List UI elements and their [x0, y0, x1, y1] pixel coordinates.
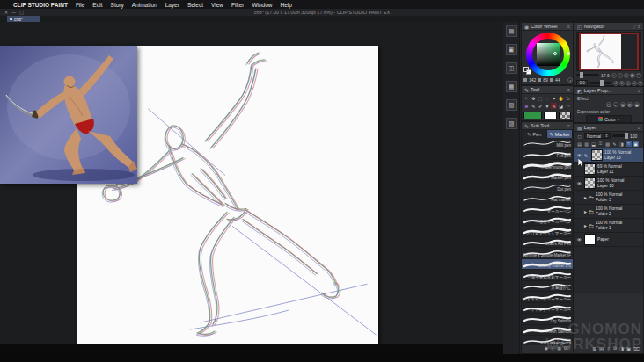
- new-folder-icon[interactable]: ▤: [599, 346, 604, 351]
- panel-menu-icon[interactable]: ≡: [638, 88, 640, 93]
- eyedropper-tool-icon[interactable]: ✦: [551, 95, 557, 101]
- panel-menu-icon[interactable]: ≡: [567, 87, 570, 92]
- rotate-left-icon[interactable]: ↺: [613, 81, 618, 86]
- menu-item-edit[interactable]: Edit: [92, 2, 102, 8]
- brush-item[interactable]: dreamy marker 2.0: [522, 259, 573, 271]
- hue-cursor-icon[interactable]: [567, 52, 570, 55]
- selection-tool-icon[interactable]: ⬚: [538, 95, 544, 101]
- navigator-zoom-slider[interactable]: [576, 74, 599, 76]
- navigator-preview[interactable]: [576, 32, 641, 71]
- sub-tool-duplicate-icon[interactable]: ⎘: [551, 345, 554, 352]
- clip-icon[interactable]: ⬓: [590, 141, 596, 147]
- layer-thumbnail[interactable]: [584, 177, 596, 189]
- expression-color-select[interactable]: Color ▾: [586, 115, 632, 123]
- menu-item-file[interactable]: File: [76, 2, 84, 8]
- document-tab[interactable]: ch8*: [7, 16, 40, 22]
- panel-menu-icon[interactable]: ≡: [567, 24, 570, 29]
- brush-item[interactable]: Dry Salmon: [522, 314, 573, 325]
- hand-tool-icon[interactable]: ✋: [558, 95, 564, 101]
- expand-panel-icon[interactable]: ⤢: [633, 24, 636, 30]
- layer-thumbnail[interactable]: [584, 163, 596, 175]
- halftone-effect-icon[interactable]: ▦: [620, 102, 626, 107]
- brush-item[interactable]: Felt pen: [522, 149, 573, 161]
- delete-layer-icon[interactable]: ⌦: [633, 346, 640, 351]
- sub-tool-options-icon[interactable]: ◉: [545, 345, 548, 352]
- menu-item-filter[interactable]: Filter: [231, 2, 244, 8]
- sub-tool-tab-pen[interactable]: ✎Pen: [522, 130, 547, 138]
- combine-icon[interactable]: ▥: [583, 141, 589, 147]
- lock-icon[interactable]: ⚿: [597, 141, 604, 147]
- blend-tool-icon[interactable]: ◠: [565, 103, 571, 109]
- sub-tool-tab-marker[interactable]: ✎Marker: [547, 130, 573, 138]
- main-color-swatch[interactable]: [523, 112, 542, 119]
- zoom-in-icon[interactable]: +: [618, 73, 623, 78]
- brush-item[interactable]: とけるフラットマーカー: [522, 226, 573, 237]
- layer-row[interactable]: ▸🗀100 % NormalFolder 3: [574, 191, 643, 205]
- apply-mask-icon[interactable]: ▣: [626, 346, 631, 351]
- eraser-tool-icon[interactable]: ◪: [558, 103, 564, 109]
- brush-item[interactable]: Faber mono pen: [522, 160, 573, 171]
- menu-item-layer[interactable]: Layer: [165, 2, 179, 8]
- brush-item[interactable]: 不透明マーカーペン: [522, 215, 573, 227]
- pen-tool-icon[interactable]: ✎: [531, 103, 537, 109]
- panel-menu-icon[interactable]: ≡: [638, 24, 640, 29]
- visibility-eye-icon[interactable]: 👁: [576, 181, 582, 186]
- menu-item-help[interactable]: Help: [281, 2, 292, 8]
- move-tool-icon[interactable]: ✥: [531, 95, 537, 101]
- layer-thumbnail[interactable]: [591, 149, 603, 161]
- full-screen-icon[interactable]: ⛶: [636, 73, 641, 78]
- sv-cursor-icon[interactable]: [553, 52, 557, 55]
- canvas-viewport[interactable]: 17.6 − + ▣ 0.0 ↺↻⇄◎: [0, 22, 503, 344]
- menu-item-animation[interactable]: Animation: [132, 2, 157, 8]
- extract-line-effect-icon[interactable]: ⬓: [634, 102, 640, 107]
- foreground-color-swatch[interactable]: [523, 67, 529, 72]
- merge-down-icon[interactable]: ⧉: [613, 345, 617, 351]
- mask-icon[interactable]: ◨: [618, 141, 625, 147]
- dock-icon-4[interactable]: ▦: [506, 81, 517, 92]
- brush-item[interactable]: Flat marker: [522, 193, 573, 205]
- color-mode-toggle-icon[interactable]: ◑: [567, 77, 573, 83]
- layer-row[interactable]: 👁Paper: [574, 233, 643, 247]
- navigator-view-frame[interactable]: [579, 33, 639, 70]
- brush-item[interactable]: キャンディーマーカー: [522, 303, 573, 315]
- brush-item[interactable]: Jean's Fill Pen: [522, 237, 573, 249]
- dock-icon-6[interactable]: ▨: [506, 118, 517, 129]
- expand-arrow-icon[interactable]: ▸: [584, 222, 587, 228]
- brush-item[interactable]: マーカーペン: [522, 204, 573, 215]
- brush-item[interactable]: Fresh Salmon: [522, 325, 573, 337]
- dock-icon-1[interactable]: ▤: [506, 25, 517, 37]
- dock-icon-5[interactable]: ▧: [506, 99, 517, 111]
- layer-color-effect-icon[interactable]: ◩: [627, 102, 633, 107]
- opacity-slider[interactable]: [612, 134, 628, 137]
- rotate-view-tool-icon[interactable]: ↻: [565, 95, 571, 101]
- reset-rotate-icon[interactable]: ◎: [626, 81, 631, 86]
- zoom-out-icon[interactable]: −: [611, 73, 617, 78]
- dock-icon-2[interactable]: ▣: [506, 44, 517, 55]
- menu-item-story[interactable]: Story: [111, 2, 124, 8]
- lock-alpha-icon[interactable]: ▨: [604, 141, 611, 147]
- layer-row[interactable]: ▸🗀100 % NormalFolder 1: [574, 219, 643, 233]
- menu-item-window[interactable]: Window: [252, 2, 272, 8]
- onion-icon[interactable]: ▣: [633, 141, 639, 147]
- menu-item-view[interactable]: View: [211, 2, 223, 8]
- create-mask-icon[interactable]: ◨: [619, 346, 624, 351]
- dock-icon-3[interactable]: ◫: [506, 62, 517, 74]
- menu-item-select[interactable]: Select: [187, 2, 203, 8]
- expand-arrow-icon[interactable]: ▸: [584, 208, 587, 214]
- brush-item[interactable]: Milli pen: [522, 138, 573, 149]
- transfer-icon[interactable]: ▤: [576, 141, 582, 147]
- sub-tool-delete-icon[interactable]: ⌦: [564, 345, 570, 352]
- rotate-right-icon[interactable]: ↻: [619, 81, 625, 86]
- tone-effect-icon[interactable]: ◐: [613, 102, 618, 107]
- layer-row[interactable]: 👁100 % NormalLayer 10: [574, 177, 643, 191]
- visibility-eye-icon[interactable]: 👁: [576, 237, 582, 243]
- sub-color-swatch[interactable]: [544, 112, 556, 119]
- pencil-tool-icon[interactable]: ✐: [538, 103, 544, 109]
- panel-menu-icon[interactable]: ≡: [638, 125, 640, 130]
- sub-tool-add-icon[interactable]: ▦: [557, 345, 561, 352]
- expand-arrow-icon[interactable]: ▸: [584, 194, 587, 200]
- brush-item[interactable]: 三角平重ね水彩マーカー: [522, 270, 573, 281]
- ruler-icon[interactable]: ⌗: [626, 141, 632, 147]
- app-name[interactable]: CLIP STUDIO PAINT: [13, 2, 68, 8]
- navigator-rotation-slider[interactable]: [589, 82, 611, 84]
